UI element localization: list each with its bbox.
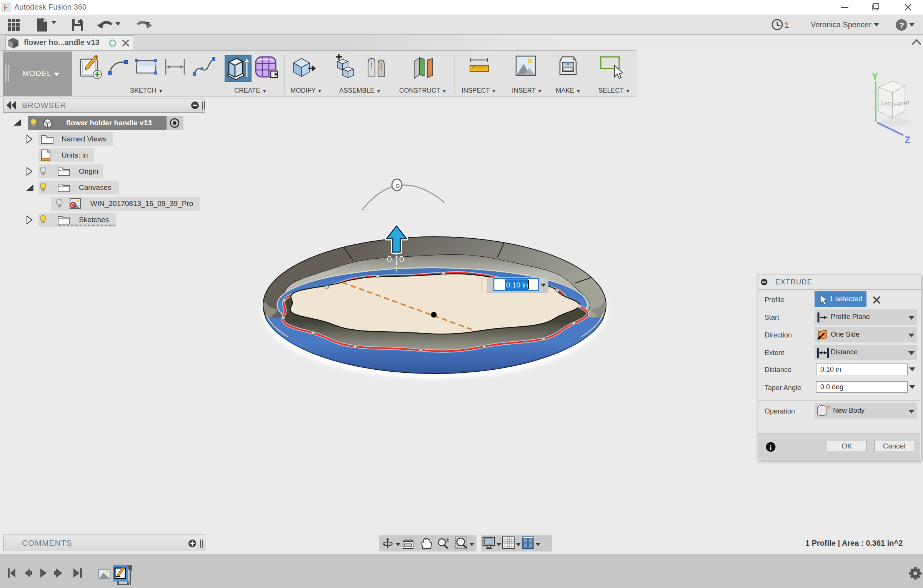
svg-text:Z: Z — [905, 134, 911, 146]
svg-text:i: i — [770, 443, 771, 452]
svg-text:1: 1 — [785, 20, 789, 29]
svg-text:0.10: 0.10 — [387, 254, 404, 264]
svg-text:±: ± — [446, 537, 449, 543]
svg-text:Y: Y — [872, 71, 878, 81]
svg-text:F: F — [3, 2, 9, 12]
svg-text:?: ? — [899, 21, 904, 30]
svg-text:0.10 in: 0.10 in — [506, 281, 528, 289]
